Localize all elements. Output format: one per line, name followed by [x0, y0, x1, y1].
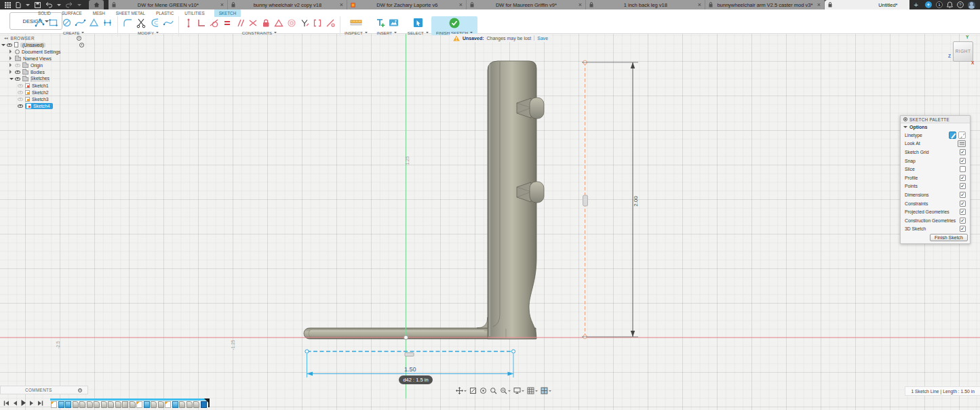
- projected-geometries-checkbox[interactable]: ✓: [960, 209, 966, 215]
- construction-geometries-checkbox[interactable]: ✓: [960, 218, 966, 224]
- job-status-icon[interactable]: [925, 1, 932, 8]
- visibility-eye-icon[interactable]: [18, 104, 23, 108]
- timeline-feature-fillet[interactable]: [179, 401, 185, 408]
- 3d-sketch-checkbox[interactable]: ✓: [960, 226, 966, 232]
- timeline-feature-fillet[interactable]: [115, 401, 121, 408]
- finish-sketch-button[interactable]: FINISH SKETCH: [431, 16, 477, 35]
- slot-tool-icon[interactable]: [102, 17, 113, 28]
- timeline-feature-sketch[interactable]: [51, 401, 57, 408]
- orbit-icon[interactable]: [479, 387, 487, 394]
- document-tab[interactable]: 1 inch back leg v18 ×: [586, 0, 705, 9]
- target-icon[interactable]: [79, 43, 84, 47]
- step-forward-button[interactable]: [29, 400, 35, 407]
- document-tab[interactable]: DW for Zachary Laporte v6 ×: [347, 0, 467, 9]
- save-icon[interactable]: [35, 2, 41, 8]
- spline-tool-icon[interactable]: [75, 17, 86, 28]
- browser-node-bodies[interactable]: Bodies: [1, 68, 88, 75]
- timeline-feature-fillet[interactable]: [101, 401, 107, 408]
- timeline-feature-fillet[interactable]: [73, 401, 79, 408]
- slice-checkbox[interactable]: [960, 166, 966, 172]
- grid-snaps-icon[interactable]: [527, 387, 538, 394]
- curve-tool-icon[interactable]: [163, 17, 174, 28]
- line-tool-icon[interactable]: [34, 17, 45, 28]
- timeline-feature-fillet[interactable]: [87, 401, 93, 408]
- pan-icon[interactable]: [456, 387, 467, 394]
- measure-tool-icon[interactable]: [349, 17, 363, 28]
- select-group-label[interactable]: SELECT: [408, 30, 424, 35]
- construction-line-vertical[interactable]: [583, 60, 588, 339]
- avatar[interactable]: [968, 1, 975, 9]
- line-endpoint[interactable]: [305, 350, 309, 353]
- inspect-group-label[interactable]: INSPECT: [345, 30, 363, 35]
- visibility-eye-icon[interactable]: [18, 98, 23, 101]
- horizontal-dimension-value[interactable]: 1.50: [404, 366, 416, 373]
- snap-checkbox[interactable]: ✓: [960, 158, 966, 164]
- home-tab[interactable]: [89, 0, 104, 9]
- skip-to-start-button[interactable]: [3, 400, 9, 407]
- viewcube-face[interactable]: RIGHT: [953, 41, 973, 62]
- collapsed-caret-icon[interactable]: [9, 49, 14, 54]
- browser-node-document-settings[interactable]: Document Settings: [1, 48, 88, 55]
- selected-line-grip[interactable]: [405, 353, 414, 356]
- collapse-panel-icon[interactable]: ◂◂: [4, 35, 8, 41]
- parallel-constraint-icon[interactable]: [235, 18, 246, 28]
- points-checkbox[interactable]: ✓: [960, 183, 966, 189]
- concentric-constraint-icon[interactable]: [286, 18, 297, 28]
- timeline-feature-sketch[interactable]: [136, 401, 142, 408]
- modeling-canvas[interactable]: -2.5 -1.25 1.25 2.00: [0, 34, 980, 410]
- timeline-feature-extrude[interactable]: [65, 401, 71, 408]
- apps-grid-icon[interactable]: [5, 2, 11, 8]
- create-group-label[interactable]: CREATE: [63, 30, 80, 35]
- bell-icon[interactable]: [947, 1, 953, 8]
- viewcube[interactable]: RIGHT Y Z X: [948, 35, 979, 66]
- timeline-feature-fillet[interactable]: [158, 401, 164, 408]
- document-tab[interactable]: DW for Mene GREEN v10* ×: [109, 0, 228, 9]
- constraints-group-label[interactable]: CONSTRAINTS: [242, 30, 272, 35]
- fix-constraint-icon[interactable]: [260, 18, 271, 28]
- timeline-feature-extrude[interactable]: [144, 401, 150, 408]
- finish-sketch-palette-button[interactable]: Finish Sketch: [930, 234, 968, 241]
- help-icon[interactable]: ?: [957, 1, 964, 8]
- browser-sketch2-row[interactable]: Sketch2: [1, 89, 88, 96]
- close-icon[interactable]: ×: [698, 2, 701, 8]
- horizontal-dimension[interactable]: 1.50: [307, 354, 514, 377]
- timeline-feature-fillet[interactable]: [130, 401, 136, 408]
- visibility-eye-icon[interactable]: [18, 91, 23, 94]
- perpendicular-constraint-icon[interactable]: [248, 18, 258, 28]
- linetype-normal-button[interactable]: [949, 131, 956, 139]
- insert-group-label[interactable]: INSERT: [377, 30, 393, 35]
- close-icon[interactable]: ×: [817, 2, 821, 8]
- timeline-playhead[interactable]: [208, 398, 210, 407]
- redo-icon[interactable]: [66, 2, 73, 8]
- sketch-grid-checkbox[interactable]: ✓: [960, 149, 966, 155]
- profile-checkbox[interactable]: ✓: [960, 175, 966, 181]
- fillet-tool-icon[interactable]: [122, 17, 134, 28]
- browser-node-named-views[interactable]: Named Views: [1, 55, 88, 62]
- redo-caret-icon[interactable]: [77, 4, 81, 8]
- insert-text-icon[interactable]: [374, 17, 386, 28]
- line-endpoint[interactable]: [511, 350, 515, 353]
- timeline-feature-fillet[interactable]: [187, 401, 193, 408]
- look-at-icon[interactable]: [490, 387, 497, 394]
- display-settings-icon[interactable]: [513, 387, 524, 394]
- equal-constraint-icon[interactable]: [222, 18, 233, 28]
- offset-tool-icon[interactable]: [149, 17, 161, 28]
- tangent-constraint-icon[interactable]: [209, 18, 220, 28]
- save-link[interactable]: Save: [537, 36, 548, 41]
- trim-tool-icon[interactable]: [136, 17, 147, 28]
- timeline-feature-fillet[interactable]: [108, 401, 114, 408]
- close-icon[interactable]: ×: [579, 2, 582, 8]
- step-back-button[interactable]: [12, 400, 18, 407]
- notification-badge[interactable]: 1: [936, 1, 943, 8]
- expand-caret-icon[interactable]: [1, 44, 5, 48]
- vertical-dimension[interactable]: 2.00: [582, 62, 639, 337]
- rectangle-tool-icon[interactable]: [47, 17, 59, 28]
- visibility-eye-icon[interactable]: [15, 77, 20, 81]
- collapsed-caret-icon[interactable]: [9, 56, 14, 60]
- polygon-tool-icon[interactable]: [88, 17, 100, 28]
- circle-tool-icon[interactable]: [61, 17, 73, 28]
- midpoint-constraint-icon[interactable]: [312, 18, 323, 28]
- zoom-icon[interactable]: [500, 387, 511, 394]
- vertical-dimension-value[interactable]: 2.00: [633, 196, 639, 207]
- visibility-eye-icon[interactable]: [7, 43, 12, 47]
